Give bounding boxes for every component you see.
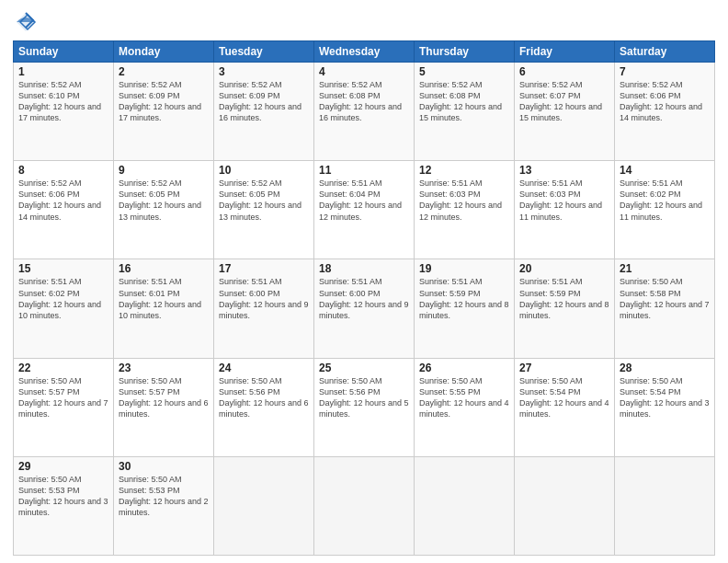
day-number: 27	[519, 362, 609, 374]
day-info: Sunrise: 5:50 AMSunset: 5:57 PMDaylight:…	[18, 376, 108, 419]
header-cell-thursday: Thursday	[415, 41, 515, 63]
day-info: Sunrise: 5:50 AMSunset: 5:54 PMDaylight:…	[620, 376, 710, 419]
day-cell: 30 Sunrise: 5:50 AMSunset: 5:53 PMDaylig…	[114, 456, 214, 555]
day-number: 7	[620, 65, 710, 78]
logo	[13, 9, 42, 35]
day-info: Sunrise: 5:51 AMSunset: 6:00 PMDaylight:…	[319, 277, 409, 319]
day-cell: 12 Sunrise: 5:51 AMSunset: 6:03 PMDaylig…	[415, 161, 515, 259]
day-number: 20	[519, 262, 609, 275]
day-number: 16	[119, 262, 209, 275]
header-row: SundayMondayTuesdayWednesdayThursdayFrid…	[14, 41, 715, 63]
day-info: Sunrise: 5:52 AMSunset: 6:05 PMDaylight:…	[219, 178, 301, 221]
day-cell: 23 Sunrise: 5:50 AMSunset: 5:57 PMDaylig…	[114, 358, 214, 456]
day-cell: 19 Sunrise: 5:51 AMSunset: 5:59 PMDaylig…	[415, 259, 515, 358]
day-cell: 15 Sunrise: 5:51 AMSunset: 6:02 PMDaylig…	[14, 259, 114, 358]
day-number: 23	[119, 362, 209, 374]
day-info: Sunrise: 5:50 AMSunset: 5:56 PMDaylight:…	[319, 376, 409, 419]
day-cell	[314, 456, 415, 555]
day-info: Sunrise: 5:52 AMSunset: 6:05 PMDaylight:…	[119, 178, 201, 221]
day-number: 25	[319, 362, 409, 374]
day-number: 28	[620, 362, 710, 374]
logo-icon	[13, 9, 39, 35]
day-info: Sunrise: 5:51 AMSunset: 6:03 PMDaylight:…	[419, 178, 502, 221]
day-cell: 27 Sunrise: 5:50 AMSunset: 5:54 PMDaylig…	[515, 358, 615, 456]
day-number: 21	[620, 262, 710, 275]
day-cell: 18 Sunrise: 5:51 AMSunset: 6:00 PMDaylig…	[314, 259, 415, 358]
day-info: Sunrise: 5:51 AMSunset: 6:04 PMDaylight:…	[319, 178, 402, 221]
day-number: 14	[620, 164, 710, 177]
day-cell: 1 Sunrise: 5:52 AMSunset: 6:10 PMDayligh…	[14, 63, 114, 161]
day-cell: 25 Sunrise: 5:50 AMSunset: 5:56 PMDaylig…	[314, 358, 415, 456]
day-cell	[214, 456, 314, 555]
day-cell: 28 Sunrise: 5:50 AMSunset: 5:54 PMDaylig…	[615, 358, 715, 456]
day-number: 8	[18, 164, 108, 177]
day-cell	[615, 456, 715, 555]
day-cell: 3 Sunrise: 5:52 AMSunset: 6:09 PMDayligh…	[214, 63, 314, 161]
day-number: 13	[519, 164, 609, 177]
day-cell: 17 Sunrise: 5:51 AMSunset: 6:00 PMDaylig…	[214, 259, 314, 358]
day-info: Sunrise: 5:52 AMSunset: 6:10 PMDaylight:…	[18, 80, 101, 122]
day-cell: 6 Sunrise: 5:52 AMSunset: 6:07 PMDayligh…	[515, 63, 615, 161]
day-info: Sunrise: 5:52 AMSunset: 6:06 PMDaylight:…	[620, 80, 702, 122]
day-info: Sunrise: 5:52 AMSunset: 6:09 PMDaylight:…	[219, 80, 301, 122]
day-info: Sunrise: 5:50 AMSunset: 5:55 PMDaylight:…	[419, 376, 509, 419]
day-cell: 24 Sunrise: 5:50 AMSunset: 5:56 PMDaylig…	[214, 358, 314, 456]
day-number: 12	[419, 164, 509, 177]
day-number: 6	[519, 65, 609, 78]
day-cell: 8 Sunrise: 5:52 AMSunset: 6:06 PMDayligh…	[14, 161, 114, 259]
day-number: 15	[18, 262, 108, 275]
day-number: 29	[18, 460, 108, 473]
day-number: 3	[219, 65, 309, 78]
day-info: Sunrise: 5:51 AMSunset: 6:00 PMDaylight:…	[219, 277, 309, 319]
day-number: 5	[419, 65, 509, 78]
day-cell: 16 Sunrise: 5:51 AMSunset: 6:01 PMDaylig…	[114, 259, 214, 358]
header-cell-tuesday: Tuesday	[214, 41, 314, 63]
day-info: Sunrise: 5:50 AMSunset: 5:53 PMDaylight:…	[119, 475, 209, 517]
day-cell: 5 Sunrise: 5:52 AMSunset: 6:08 PMDayligh…	[415, 63, 515, 161]
day-number: 10	[219, 164, 309, 177]
header-cell-friday: Friday	[515, 41, 615, 63]
day-info: Sunrise: 5:50 AMSunset: 5:57 PMDaylight:…	[119, 376, 209, 419]
week-row-5: 29 Sunrise: 5:50 AMSunset: 5:53 PMDaylig…	[14, 456, 715, 555]
day-info: Sunrise: 5:51 AMSunset: 6:01 PMDaylight:…	[119, 277, 201, 319]
calendar-body: 1 Sunrise: 5:52 AMSunset: 6:10 PMDayligh…	[14, 63, 715, 556]
day-number: 2	[119, 65, 209, 78]
day-cell: 29 Sunrise: 5:50 AMSunset: 5:53 PMDaylig…	[14, 456, 114, 555]
day-info: Sunrise: 5:52 AMSunset: 6:06 PMDaylight:…	[18, 178, 101, 221]
day-info: Sunrise: 5:50 AMSunset: 5:56 PMDaylight:…	[219, 376, 309, 419]
day-cell	[515, 456, 615, 555]
week-row-1: 1 Sunrise: 5:52 AMSunset: 6:10 PMDayligh…	[14, 63, 715, 161]
day-cell: 10 Sunrise: 5:52 AMSunset: 6:05 PMDaylig…	[214, 161, 314, 259]
header-cell-sunday: Sunday	[14, 41, 114, 63]
day-cell: 4 Sunrise: 5:52 AMSunset: 6:08 PMDayligh…	[314, 63, 415, 161]
day-cell: 13 Sunrise: 5:51 AMSunset: 6:03 PMDaylig…	[515, 161, 615, 259]
day-number: 4	[319, 65, 409, 78]
day-cell: 26 Sunrise: 5:50 AMSunset: 5:55 PMDaylig…	[415, 358, 515, 456]
header	[13, 9, 715, 35]
day-number: 17	[219, 262, 309, 275]
day-cell	[415, 456, 515, 555]
day-number: 30	[119, 460, 209, 473]
day-cell: 21 Sunrise: 5:50 AMSunset: 5:58 PMDaylig…	[615, 259, 715, 358]
calendar-header: SundayMondayTuesdayWednesdayThursdayFrid…	[14, 41, 715, 63]
week-row-4: 22 Sunrise: 5:50 AMSunset: 5:57 PMDaylig…	[14, 358, 715, 456]
day-number: 19	[419, 262, 509, 275]
day-info: Sunrise: 5:50 AMSunset: 5:54 PMDaylight:…	[519, 376, 609, 419]
day-info: Sunrise: 5:51 AMSunset: 6:02 PMDaylight:…	[620, 178, 702, 221]
day-number: 9	[119, 164, 209, 177]
calendar-table: SundayMondayTuesdayWednesdayThursdayFrid…	[13, 40, 715, 556]
day-number: 11	[319, 164, 409, 177]
day-info: Sunrise: 5:52 AMSunset: 6:09 PMDaylight:…	[119, 80, 201, 122]
day-info: Sunrise: 5:50 AMSunset: 5:58 PMDaylight:…	[620, 277, 710, 319]
day-cell: 2 Sunrise: 5:52 AMSunset: 6:09 PMDayligh…	[114, 63, 214, 161]
day-info: Sunrise: 5:50 AMSunset: 5:53 PMDaylight:…	[18, 475, 108, 517]
week-row-2: 8 Sunrise: 5:52 AMSunset: 6:06 PMDayligh…	[14, 161, 715, 259]
day-cell: 7 Sunrise: 5:52 AMSunset: 6:06 PMDayligh…	[615, 63, 715, 161]
day-number: 1	[18, 65, 108, 78]
day-info: Sunrise: 5:52 AMSunset: 6:07 PMDaylight:…	[519, 80, 602, 122]
header-cell-wednesday: Wednesday	[314, 41, 415, 63]
day-cell: 20 Sunrise: 5:51 AMSunset: 5:59 PMDaylig…	[515, 259, 615, 358]
day-number: 18	[319, 262, 409, 275]
week-row-3: 15 Sunrise: 5:51 AMSunset: 6:02 PMDaylig…	[14, 259, 715, 358]
day-info: Sunrise: 5:51 AMSunset: 6:02 PMDaylight:…	[18, 277, 101, 319]
